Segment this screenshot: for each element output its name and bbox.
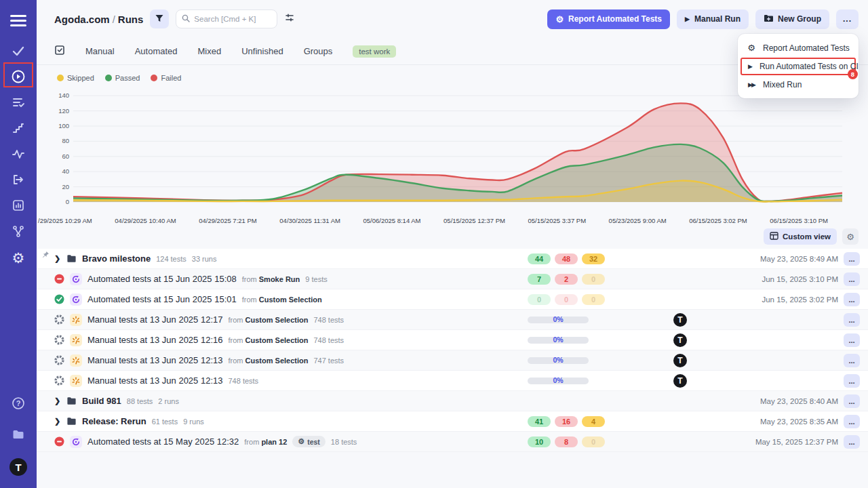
tab-automated[interactable]: Automated <box>135 46 178 56</box>
row-menu-button[interactable]: ... <box>844 252 860 266</box>
svg-text:100: 100 <box>58 122 69 129</box>
sidebar-item-plans[interactable] <box>5 91 31 117</box>
x-tick-label: 06/15/2025 3:02 PM <box>689 217 747 224</box>
sidebar-item-tests[interactable] <box>5 39 31 65</box>
search-input[interactable] <box>194 15 269 23</box>
run-row[interactable]: Automated tests at 15 May 2025 12:32from… <box>37 432 868 452</box>
row-title[interactable]: Manual tests at 13 Jun 2025 12:17 <box>87 314 222 325</box>
chevron-right-icon[interactable]: ❯ <box>54 254 61 263</box>
tab-groups[interactable]: Groups <box>304 46 333 56</box>
question-circle-icon: ? <box>11 396 26 413</box>
row-menu-button[interactable]: ... <box>844 333 860 347</box>
assignee-avatar[interactable]: T <box>673 313 687 327</box>
row-menu-button[interactable]: ... <box>844 374 860 388</box>
docs-button[interactable] <box>5 423 31 449</box>
filter-button[interactable] <box>150 9 169 28</box>
sidebar-item-activity[interactable] <box>5 142 31 168</box>
milestone-row[interactable]: ❯Release: Rerun61 tests9 runs41164May 23… <box>37 411 868 432</box>
app-logo[interactable]: T <box>5 454 31 480</box>
page-header: Agoda.com/Runs ⚙ Report Automated Tests … <box>37 0 868 38</box>
row-title[interactable]: Build 981 <box>82 396 121 406</box>
row-from: from plan 12 <box>244 438 287 446</box>
automated-run-icon <box>70 273 82 285</box>
row-title[interactable]: Bravo milestone <box>82 253 151 264</box>
legend-passed[interactable]: Passed <box>105 74 140 82</box>
row-title[interactable]: Automated tests at 15 Jun 2025 15:01 <box>87 294 237 304</box>
row-title[interactable]: Automated tests at 15 May 2025 12:32 <box>87 436 239 447</box>
tab-unfinished[interactable]: Unfinished <box>241 46 283 56</box>
row-menu-button[interactable]: ... <box>844 313 860 327</box>
main-area: Agoda.com/Runs ⚙ Report Automated Tests … <box>37 0 868 488</box>
assignee-col: T <box>623 313 738 327</box>
help-button[interactable]: ? <box>5 392 31 418</box>
select-all-icon[interactable] <box>54 45 65 58</box>
result-badges: 000 <box>528 294 623 305</box>
run-row[interactable]: Manual tests at 13 Jun 2025 12:13from Cu… <box>37 350 868 371</box>
new-group-button[interactable]: New Group <box>755 9 829 29</box>
manual-run-button[interactable]: ▶ Manual Run <box>677 9 749 29</box>
custom-view-button[interactable]: Custom view <box>764 228 837 245</box>
hamburger-menu-icon[interactable] <box>10 12 26 29</box>
milestone-row[interactable]: ❯Bravo milestone124 tests33 runs444832Ma… <box>37 249 868 269</box>
x-tick-label: 05/15/2025 3:37 PM <box>528 217 586 224</box>
count-badge: 16 <box>555 416 578 427</box>
row-date: May 23, 2025 8:35 AM <box>738 418 838 426</box>
chevron-right-icon[interactable]: ❯ <box>54 417 61 426</box>
sidebar-item-steps[interactable] <box>5 117 31 142</box>
assignee-avatar[interactable]: T <box>673 354 687 367</box>
report-automated-tests-button[interactable]: ⚙ Report Automated Tests <box>547 9 670 29</box>
row-title[interactable]: Manual tests at 13 Jun 2025 12:16 <box>87 335 222 345</box>
tag-badge-test-work[interactable]: test work <box>353 45 396 58</box>
menu-item-report-automated-tests[interactable]: ⚙ Report Automated Tests <box>738 39 859 57</box>
funnel-icon <box>155 14 164 25</box>
legend-skipped[interactable]: Skipped <box>57 74 94 82</box>
count-badge: 10 <box>528 436 551 447</box>
row-title[interactable]: Manual tests at 13 Jun 2025 12:13 <box>87 355 222 365</box>
progress-label: 0% <box>528 336 589 344</box>
row-from: from Custom Selection <box>228 316 308 324</box>
row-menu-button[interactable]: ... <box>844 272 860 286</box>
run-row[interactable]: Manual tests at 13 Jun 2025 12:17from Cu… <box>37 310 868 330</box>
failed-status-icon <box>54 436 64 447</box>
sidebar-item-analytics[interactable] <box>5 194 31 220</box>
sidebar-item-branches[interactable] <box>5 220 31 245</box>
chevron-right-icon[interactable]: ❯ <box>54 396 61 405</box>
breadcrumb-project[interactable]: Agoda.com <box>54 14 110 25</box>
sidebar-item-import[interactable] <box>5 168 31 194</box>
run-row[interactable]: Automated tests at 15 Jun 2025 15:01from… <box>37 289 868 310</box>
tests-count: 748 tests <box>313 336 344 344</box>
assignee-avatar[interactable]: T <box>673 333 687 347</box>
folder-icon <box>11 427 26 445</box>
passed-status-icon <box>54 294 64 304</box>
row-main: Automated tests at 15 May 2025 12:32from… <box>54 436 528 448</box>
tab-mixed[interactable]: Mixed <box>198 46 222 56</box>
row-menu-button[interactable]: ... <box>844 435 860 449</box>
more-actions-button[interactable]: ... <box>836 9 859 29</box>
assignee-avatar[interactable]: T <box>673 374 687 388</box>
play-icon: ▶ <box>685 16 690 22</box>
result-badges: 444832 <box>528 253 623 264</box>
row-menu-button[interactable]: ... <box>844 354 860 367</box>
sidebar-item-runs[interactable] <box>5 65 31 91</box>
menu-item-run-automated-tests-on-ci[interactable]: ▶ Run Automated Tests on CI <box>742 59 854 74</box>
run-row[interactable]: Automated tests at 15 Jun 2025 15:08from… <box>37 269 868 289</box>
run-row[interactable]: Manual tests at 13 Jun 2025 12:16from Cu… <box>37 330 868 350</box>
search-icon <box>182 13 190 25</box>
view-settings-button[interactable]: ⚙ <box>842 228 859 245</box>
row-menu-button[interactable]: ... <box>844 394 860 408</box>
row-title[interactable]: Manual tests at 13 Jun 2025 12:13 <box>87 375 222 386</box>
sliders-icon[interactable] <box>284 12 295 26</box>
legend-failed[interactable]: Failed <box>151 74 181 82</box>
row-title[interactable]: Release: Rerun <box>82 416 146 426</box>
row-main: Manual tests at 13 Jun 2025 12:13748 tes… <box>54 375 528 387</box>
tab-manual[interactable]: Manual <box>85 46 115 56</box>
row-title[interactable]: Automated tests at 15 Jun 2025 15:08 <box>87 274 237 284</box>
menu-item-mixed-run[interactable]: ▶▶ Mixed Run <box>738 76 859 94</box>
row-tag[interactable]: ⚙test <box>292 436 326 447</box>
run-row[interactable]: Manual tests at 13 Jun 2025 12:13748 tes… <box>37 371 868 391</box>
row-menu-button[interactable]: ... <box>844 415 860 428</box>
row-menu-button[interactable]: ... <box>844 293 860 306</box>
sidebar-item-settings[interactable]: ⚙ <box>5 245 31 271</box>
branch-icon <box>11 224 26 241</box>
milestone-row[interactable]: ❯Build 98188 tests2 runsMay 23, 2025 8:4… <box>37 391 868 411</box>
